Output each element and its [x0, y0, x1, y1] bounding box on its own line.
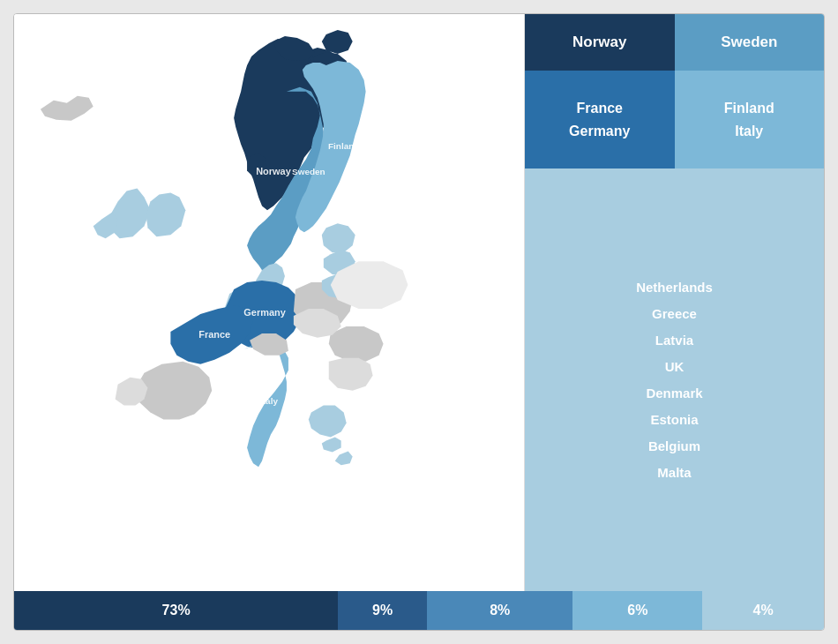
svg-text:Italy: Italy [260, 396, 278, 406]
legend-sweden: Sweden [675, 14, 825, 71]
svg-text:Finland: Finland [328, 141, 359, 151]
legend-other-countries: Netherlands Greece Latvia UK Denmark Est… [525, 168, 824, 591]
content-area: Norway Sweden Finland France Germany Ita… [14, 14, 824, 591]
legend-france-germany: FranceGermany [525, 71, 675, 168]
legend-country-uk: UK [665, 354, 685, 380]
legend-country-belgium: Belgium [648, 433, 700, 460]
legend-country-denmark: Denmark [646, 380, 702, 407]
legend-row-2: FranceGermany FinlandItaly [525, 71, 824, 168]
europe-map: Norway Sweden Finland France Germany Ita… [14, 14, 524, 591]
svg-text:Sweden: Sweden [292, 168, 325, 177]
legend-norway: Norway [525, 14, 675, 71]
legend-finland-italy: FinlandItaly [675, 71, 825, 168]
legend-country-greece: Greece [652, 301, 697, 327]
svg-text:Germany: Germany [243, 307, 286, 318]
map-area: Norway Sweden Finland France Germany Ita… [14, 14, 524, 591]
main-card: Norway Sweden Finland France Germany Ita… [13, 13, 825, 631]
svg-text:Norway: Norway [256, 167, 291, 177]
legend-row-1: Norway Sweden [525, 14, 824, 71]
bar-4: 4% [702, 591, 824, 630]
legend-panel: Norway Sweden FranceGermany FinlandItaly… [524, 14, 824, 591]
percentage-bar: 73% 9% 8% 6% 4% [14, 591, 824, 630]
legend-country-netherlands: Netherlands [636, 274, 713, 301]
bar-73: 73% [14, 591, 338, 630]
bar-8: 8% [427, 591, 572, 630]
legend-country-estonia: Estonia [650, 407, 698, 433]
svg-text:France: France [198, 329, 230, 340]
legend-country-malta: Malta [657, 460, 691, 486]
legend-country-latvia: Latvia [655, 327, 693, 354]
bar-6: 6% [572, 591, 702, 630]
bar-9: 9% [338, 591, 427, 630]
